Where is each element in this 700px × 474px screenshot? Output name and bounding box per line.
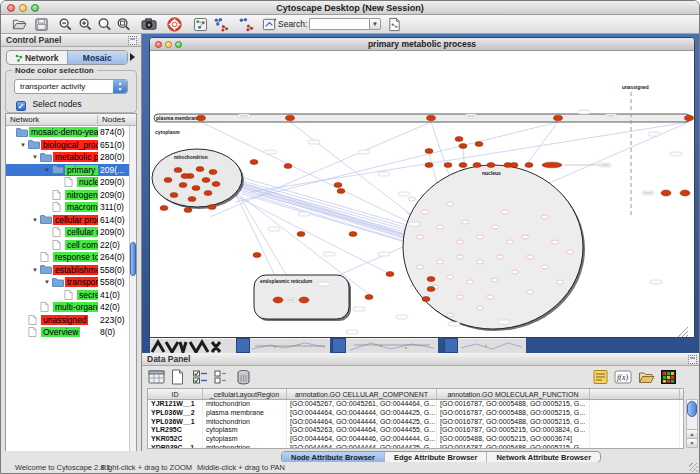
select-attributes-icon[interactable]	[148, 369, 165, 385]
view-resize-grip[interactable]	[678, 327, 688, 337]
tree-row-count: 558(0)	[100, 265, 125, 275]
save-session-icon[interactable]	[34, 17, 49, 32]
scroll-down-icon[interactable]: ▼	[687, 438, 697, 447]
disclosure-triangle-icon[interactable]: ▼	[44, 166, 52, 174]
scroll-up-icon[interactable]: ▲	[687, 429, 697, 438]
zoom-window-icon[interactable]	[31, 4, 39, 12]
tree-row[interactable]: ▼response to stimulu264(0)	[6, 251, 129, 264]
tab-mosaic[interactable]: Mosaic	[67, 51, 128, 64]
column-header[interactable]	[590, 389, 680, 399]
tree-row[interactable]: ▼mosaic-demo-yeast874(0)	[6, 126, 129, 139]
disclosure-triangle-icon[interactable]: ▼	[32, 266, 40, 274]
tree-row[interactable]: ▼cell communicat22(0)	[6, 239, 129, 252]
table-row[interactable]: YPL036W__1mitochondrion[GO:0044464, GO:0…	[148, 418, 683, 427]
disclosure-triangle-icon[interactable]: ▼	[32, 216, 40, 224]
background-window-edge[interactable]	[236, 338, 250, 353]
tab-network[interactable]: Network	[7, 51, 67, 64]
tree-row[interactable]: ▼primary metabo209(...	[6, 164, 129, 177]
tab-node-attribute-browser[interactable]: Node Attribute Browser	[282, 452, 384, 462]
column-divider[interactable]	[97, 115, 98, 124]
table-row[interactable]: YKR052Ccytoplasm[GO:0044464, GO:0044446,…	[148, 435, 683, 444]
network-canvas[interactable]: nucleus plasma membrane cytoplasm mitoch…	[150, 52, 694, 337]
column-header[interactable]: _cellularLayoutRegion	[203, 389, 287, 399]
matrix-view-icon[interactable]	[660, 369, 677, 385]
tree-row[interactable]: ▼biological_process651(0)	[6, 139, 129, 152]
disclosure-triangle-icon[interactable]: ▼	[32, 153, 40, 161]
window-resize-grip[interactable]	[689, 463, 698, 472]
zoom-selected-icon[interactable]	[97, 17, 112, 32]
zoom-out-icon[interactable]	[58, 17, 73, 32]
open-vizmapper-icon[interactable]	[262, 17, 277, 32]
function-builder-icon[interactable]: f(x)	[614, 369, 631, 385]
tree-row[interactable]: ▼cellular process614(0)	[6, 214, 129, 227]
table-row[interactable]: YPL036W__2plasma membrane[GO:0044464, GO…	[148, 409, 683, 418]
tree-scrollbar-thumb[interactable]	[130, 242, 136, 276]
new-attribute-icon[interactable]	[170, 369, 187, 385]
attribute-boxes-icon[interactable]	[213, 369, 230, 385]
tree-column-nodes[interactable]: Nodes	[102, 114, 125, 126]
float-panel-icon[interactable]	[688, 355, 697, 364]
tab-network-attribute-browser[interactable]: Network Attribute Browser	[486, 452, 600, 462]
delete-attribute-icon[interactable]	[236, 369, 253, 385]
import-network-icon[interactable]	[387, 17, 402, 32]
background-window-edge[interactable]	[444, 338, 458, 353]
close-window-icon[interactable]	[7, 4, 15, 12]
tree-row[interactable]: ▼unassigned223(0)	[6, 314, 129, 327]
tree-row[interactable]: ▼secretion41(0)	[6, 289, 129, 302]
float-panel-icon[interactable]	[128, 36, 137, 45]
disclosure-triangle-icon[interactable]: ▼	[44, 278, 52, 286]
unassigned-nodes[interactable]	[661, 190, 690, 196]
background-window-sliver[interactable]	[150, 338, 236, 353]
zoom-in-icon[interactable]	[78, 17, 93, 32]
tree-row[interactable]: ▼transport558(0)	[6, 276, 129, 289]
nucleus-compartment[interactable]	[403, 165, 583, 329]
network-window-titlebar[interactable]: primary metabolic process	[150, 38, 694, 51]
combo-stepper-icon[interactable]: ▲▼	[113, 80, 127, 93]
snapshot-icon[interactable]	[141, 17, 156, 32]
background-window-edge[interactable]	[332, 338, 346, 353]
nucleus-rim-nodes[interactable]	[425, 162, 562, 168]
attribute-list-icon[interactable]	[592, 369, 609, 385]
table-scrollbar[interactable]: ▲ ▼	[686, 399, 698, 448]
tab-edge-attribute-browser[interactable]: Edge Attribute Browser	[384, 452, 486, 462]
show-all-icon[interactable]	[238, 17, 253, 32]
minimize-window-icon[interactable]	[19, 4, 27, 12]
tree-row[interactable]: ▼establishment of lo558(0)	[6, 264, 129, 277]
close-view-icon[interactable]	[155, 41, 162, 48]
table-row[interactable]: YDR039C__1mitochondrion[GO:0044464, GO:0…	[148, 444, 683, 449]
table-scrollbar-thumb[interactable]	[687, 401, 697, 417]
help-icon[interactable]	[167, 17, 182, 32]
show-network-overview-icon[interactable]	[193, 17, 208, 32]
tree-row[interactable]: ▼Overview8(0)	[6, 326, 129, 339]
search-dropdown-icon[interactable]: ▼	[369, 18, 381, 30]
tree-row[interactable]: ▼multi-organism pro42(0)	[6, 301, 129, 314]
tree-column-network[interactable]: Network	[10, 114, 39, 126]
disclosure-spacer: ▼	[56, 291, 64, 299]
select-nodes-checkbox[interactable]: ✓	[16, 101, 26, 111]
node-color-select[interactable]: transporter activity ▲▼	[14, 79, 128, 94]
disclosure-triangle-icon[interactable]: ▼	[20, 141, 28, 149]
attribute-checklist-icon[interactable]	[192, 369, 209, 385]
table-row[interactable]: YLR295Ccytoplasm[GO:0045263, GO:0044464,…	[148, 426, 683, 435]
tree-row[interactable]: ▼nucleobase-209(0)	[6, 176, 129, 189]
background-window-sliver[interactable]	[458, 338, 526, 353]
hide-selected-icon[interactable]	[213, 17, 228, 32]
tree-scrollbar[interactable]	[129, 126, 136, 457]
minimize-view-icon[interactable]	[165, 41, 172, 48]
tree-row[interactable]: ▼nitrogen compo209(0)	[6, 189, 129, 202]
column-header[interactable]: annotation.GO MOLECULAR_FUNCTION	[437, 389, 590, 399]
background-window-sliver[interactable]	[250, 338, 330, 353]
more-tabs-icon[interactable]	[130, 53, 135, 61]
search-input[interactable]	[309, 18, 369, 30]
import-attributes-icon[interactable]	[638, 369, 655, 385]
open-session-icon[interactable]	[12, 17, 27, 32]
tree-row[interactable]: ▼macromolecule311(0)	[6, 201, 129, 214]
column-header[interactable]: annotation.GO CELLULAR_COMPONENT	[287, 389, 437, 399]
table-row[interactable]: YJR121W__1mitochondrion[GO:0045267, GO:0…	[148, 400, 683, 409]
zoom-view-icon[interactable]	[175, 41, 182, 48]
background-window-sliver[interactable]	[346, 338, 438, 353]
tree-row[interactable]: ▼cellular metabo209(0)	[6, 226, 129, 239]
zoom-fit-icon[interactable]	[116, 17, 131, 32]
column-header[interactable]: ID	[148, 389, 203, 399]
tree-row[interactable]: ▼metabolic process280(0)	[6, 151, 129, 164]
